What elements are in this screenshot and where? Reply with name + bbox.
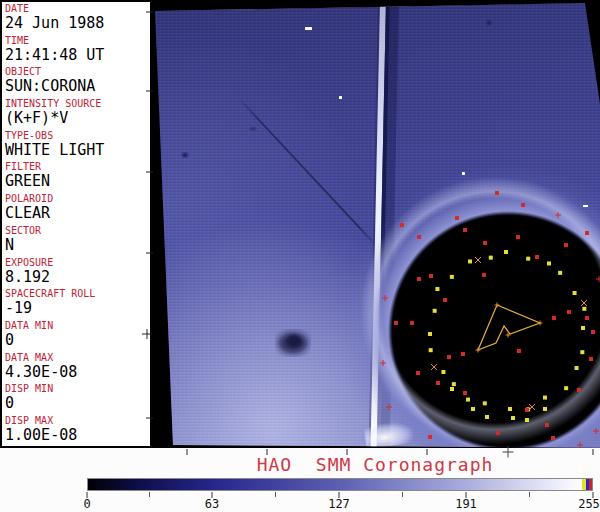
field-label: TIME: [5, 35, 150, 46]
colorbar-tick-label: 127: [328, 497, 350, 511]
field-disp-max: DISP MAX1.00E-08: [5, 415, 150, 444]
field-value: GREEN: [5, 172, 150, 190]
image-viewport[interactable]: [152, 0, 600, 448]
field-label: FILTER: [5, 161, 150, 172]
colorbar: [87, 478, 593, 491]
field-spacecraft-roll: SPACECRAFT ROLL-19: [5, 288, 150, 317]
field-label: POLAROID: [5, 193, 150, 204]
field-value: (K+F)*V: [5, 109, 150, 127]
field-date: DATE24 Jun 1988: [5, 3, 150, 32]
field-data-min: DATA MIN0: [5, 320, 150, 349]
field-disp-min: DISP MIN0: [5, 383, 150, 412]
field-data-max: DATA MAX4.30E-08: [5, 352, 150, 381]
field-label: INTENSITY SOURCE: [5, 98, 150, 109]
field-polaroid: POLAROIDCLEAR: [5, 193, 150, 222]
field-value: 1.00E-08: [5, 426, 150, 444]
field-value: 24 Jun 1988: [5, 14, 150, 32]
colorbar-tick-label: 255: [578, 497, 600, 511]
field-intensity-source: INTENSITY SOURCE(K+F)*V: [5, 98, 150, 127]
field-filter: FILTERGREEN: [5, 161, 150, 190]
field-value: N: [5, 236, 150, 254]
metadata-panel: DATE24 Jun 1988 TIME21:41:48 UT OBJECTSU…: [0, 0, 152, 448]
field-label: SPACECRAFT ROLL: [5, 288, 150, 299]
field-value: WHITE LIGHT: [5, 141, 150, 159]
field-value: SUN:CORONA: [5, 77, 150, 95]
field-label: SECTOR: [5, 225, 150, 236]
field-time: TIME21:41:48 UT: [5, 35, 150, 64]
field-exposure: EXPOSURE8.192: [5, 257, 150, 286]
coronagraph-image: [152, 0, 600, 448]
field-label: TYPE-OBS: [5, 130, 150, 141]
field-value: 8.192: [5, 268, 150, 286]
field-label: OBJECT: [5, 66, 150, 77]
footer: HAO SMM Coronagraph 063127191255: [0, 448, 600, 512]
field-value: 21:41:48 UT: [5, 46, 150, 64]
field-label: DATA MAX: [5, 352, 150, 363]
field-value: 4.30E-08: [5, 363, 150, 381]
page-title: HAO SMM Coronagraph: [150, 454, 600, 475]
field-label: DISP MIN: [5, 383, 150, 394]
field-value: -19: [5, 299, 150, 317]
field-label: EXPOSURE: [5, 257, 150, 268]
app-window: DATE24 Jun 1988 TIME21:41:48 UT OBJECTSU…: [0, 0, 600, 512]
field-value: CLEAR: [5, 204, 150, 222]
colorbar-tick-label: 63: [205, 497, 219, 511]
field-label: DISP MAX: [5, 415, 150, 426]
colorbar-tick-label: 0: [83, 497, 90, 511]
field-sector: SECTORN: [5, 225, 150, 254]
field-value: 0: [5, 394, 150, 412]
colorbar-tick-label: 191: [455, 497, 477, 511]
field-label: DATE: [5, 3, 150, 14]
field-value: 0: [5, 331, 150, 349]
field-label: DATA MIN: [5, 320, 150, 331]
field-object: OBJECTSUN:CORONA: [5, 66, 150, 95]
field-type-obs: TYPE-OBSWHITE LIGHT: [5, 130, 150, 159]
